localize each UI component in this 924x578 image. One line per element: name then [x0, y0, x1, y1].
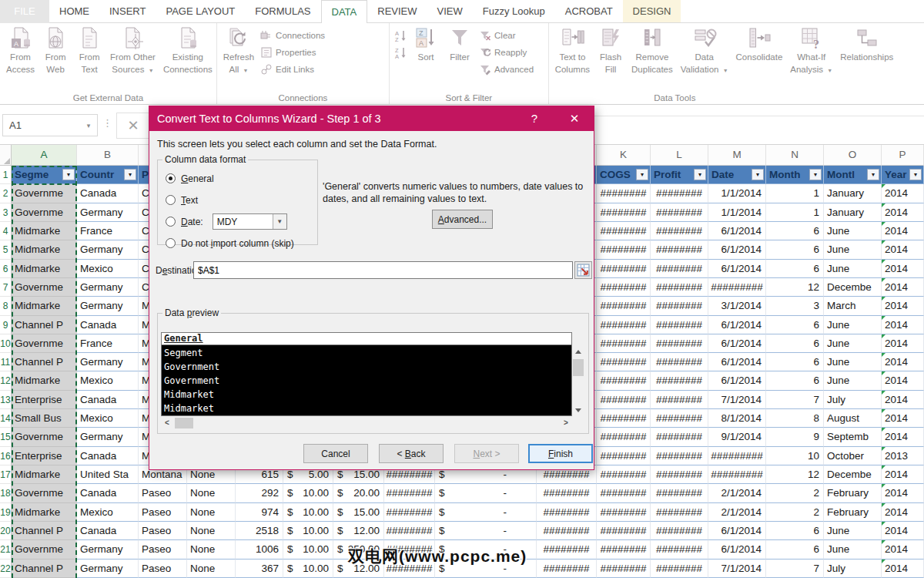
- cell[interactable]: Governme: [12, 428, 77, 446]
- help-button[interactable]: ?: [523, 106, 546, 131]
- cell[interactable]: June: [824, 222, 882, 240]
- cell[interactable]: ########: [651, 278, 708, 297]
- cell[interactable]: 12: [766, 465, 824, 484]
- cell[interactable]: 7: [766, 391, 824, 409]
- tab-page-layout[interactable]: PAGE LAYOUT: [156, 0, 245, 22]
- row-header-1[interactable]: 1: [0, 166, 12, 184]
- tab-review[interactable]: REVIEW: [367, 0, 427, 22]
- cell[interactable]: ########: [384, 484, 435, 502]
- row-header-3[interactable]: 3: [0, 203, 12, 222]
- cell[interactable]: June: [824, 334, 882, 353]
- table-header-cell[interactable]: Countr▾: [77, 166, 139, 184]
- cell[interactable]: ########: [651, 465, 708, 484]
- relationships-button[interactable]: Relationships: [836, 23, 897, 62]
- cell[interactable]: Germany: [77, 540, 139, 559]
- cell[interactable]: Germany: [77, 297, 139, 315]
- cell[interactable]: ########: [597, 371, 651, 390]
- cell[interactable]: 2014: [882, 484, 924, 502]
- cell[interactable]: 2/1/2014: [708, 503, 766, 522]
- cell[interactable]: 2014: [882, 353, 924, 371]
- cell[interactable]: 2/1/2014: [708, 484, 766, 502]
- filter-dropdown-icon[interactable]: ▾: [124, 169, 136, 180]
- cell[interactable]: 2: [766, 484, 824, 502]
- cell[interactable]: 6/1/2014: [708, 371, 766, 390]
- cell[interactable]: United Sta: [77, 465, 139, 484]
- table-header-cell[interactable]: Segme▾: [12, 166, 77, 184]
- preview-vertical-scrollbar[interactable]: [572, 345, 584, 416]
- row-header-4[interactable]: 4: [0, 222, 12, 240]
- cell[interactable]: 1/1/2014: [708, 203, 766, 222]
- cell[interactable]: ########: [651, 353, 708, 371]
- scroll-down-icon[interactable]: [572, 404, 584, 416]
- cell[interactable]: France: [77, 222, 139, 240]
- cell[interactable]: Septemb: [824, 428, 882, 446]
- cell[interactable]: ########: [597, 240, 651, 259]
- cell[interactable]: Small Bus: [12, 409, 77, 428]
- cell[interactable]: $12.00: [333, 522, 384, 540]
- cell[interactable]: ########: [384, 503, 435, 522]
- refresh-all-button[interactable]: RefreshAll ▼: [219, 23, 258, 76]
- cell[interactable]: January: [824, 184, 882, 203]
- cell[interactable]: Midmarke: [12, 371, 77, 390]
- cell[interactable]: $10.00: [283, 484, 333, 502]
- cell[interactable]: Midmarke: [12, 503, 77, 522]
- table-header-cell[interactable]: Year▾: [882, 166, 924, 184]
- properties-button[interactable]: Properties: [258, 45, 327, 59]
- finish-button[interactable]: Finish: [528, 444, 593, 463]
- cell[interactable]: 6/1/2014: [708, 240, 766, 259]
- column-header-n[interactable]: N: [766, 145, 824, 166]
- cell[interactable]: Mexico: [77, 503, 139, 522]
- cell[interactable]: ########: [651, 184, 708, 203]
- cell[interactable]: ########: [651, 334, 708, 353]
- preview-column-header[interactable]: General: [161, 332, 572, 345]
- cell[interactable]: ########: [597, 278, 651, 297]
- radio-general[interactable]: General: [166, 170, 317, 187]
- cell[interactable]: 3: [766, 297, 824, 315]
- cell[interactable]: 292: [236, 484, 283, 502]
- row-header-6[interactable]: 6: [0, 260, 12, 278]
- cell[interactable]: ########: [597, 297, 651, 315]
- cell[interactable]: 2014: [882, 371, 924, 390]
- cell[interactable]: January: [824, 203, 882, 222]
- radio-text[interactable]: Text: [166, 192, 317, 208]
- cell[interactable]: 3/1/2014: [708, 297, 766, 315]
- cell[interactable]: 1: [766, 203, 824, 222]
- range-picker-button[interactable]: [574, 261, 592, 279]
- tab-fuzzy-lookup[interactable]: Fuzzy Lookup: [473, 0, 555, 22]
- cell[interactable]: Canada: [77, 447, 139, 465]
- cell[interactable]: ########: [651, 297, 708, 315]
- cell[interactable]: ########: [597, 391, 651, 409]
- cell[interactable]: Paseo: [139, 484, 187, 502]
- cell[interactable]: June: [824, 316, 882, 334]
- cell[interactable]: $-: [435, 522, 537, 540]
- cell[interactable]: $10.00: [283, 522, 333, 540]
- consolidate-button[interactable]: Consolidate: [732, 23, 787, 62]
- connections-button[interactable]: Connections: [258, 29, 327, 42]
- filter-dropdown-icon[interactable]: ▾: [809, 169, 822, 180]
- cell[interactable]: ########: [651, 484, 708, 502]
- cancel-button[interactable]: Cancel: [303, 444, 368, 463]
- cell[interactable]: #########: [708, 447, 766, 465]
- cell[interactable]: Midmarke: [12, 240, 77, 259]
- close-button[interactable]: ✕: [563, 106, 586, 131]
- cell[interactable]: June: [824, 522, 882, 540]
- cell[interactable]: Midmarke: [12, 260, 77, 278]
- cell[interactable]: 2013: [882, 447, 924, 465]
- cell[interactable]: ########: [597, 222, 651, 240]
- cell[interactable]: None: [187, 522, 236, 540]
- cell[interactable]: ########: [597, 465, 651, 484]
- cell[interactable]: ########: [651, 560, 708, 578]
- advanced-button[interactable]: Advanced: [477, 62, 536, 76]
- column-header-p[interactable]: P: [882, 145, 924, 166]
- row-header-9[interactable]: 9: [0, 316, 12, 334]
- cell[interactable]: 6/1/2014: [708, 222, 766, 240]
- cell[interactable]: 2014: [882, 334, 924, 353]
- cell[interactable]: 2014: [882, 522, 924, 540]
- cell[interactable]: 6/1/2014: [708, 334, 766, 353]
- cell[interactable]: 1/1/2014: [708, 184, 766, 203]
- formula-bar-splitter[interactable]: ⋮: [102, 117, 112, 129]
- cell[interactable]: None: [187, 484, 236, 502]
- cell[interactable]: October: [824, 447, 882, 465]
- cell[interactable]: ########: [537, 484, 597, 502]
- cell[interactable]: 2014: [882, 260, 924, 278]
